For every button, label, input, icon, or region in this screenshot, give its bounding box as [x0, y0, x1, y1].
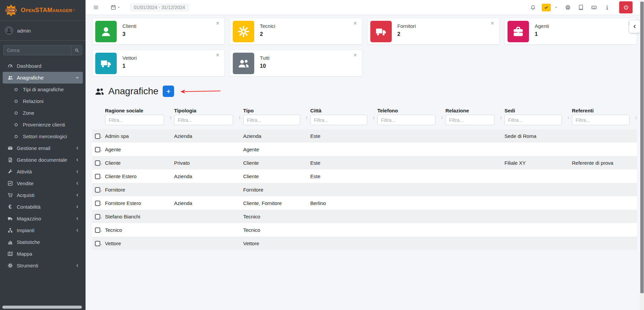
date-range-label[interactable]: 01/01/2024 - 31/12/2024: [130, 3, 189, 11]
book-button[interactable]: [577, 3, 585, 12]
sidebar-toggle-button[interactable]: [92, 3, 100, 12]
row-checkbox[interactable]: [95, 134, 100, 139]
column-header-referenti[interactable]: Referenti: [569, 107, 637, 115]
users-icon: [94, 86, 105, 97]
filter-input-citt[interactable]: [310, 115, 367, 125]
keyboard-button[interactable]: [590, 3, 598, 12]
row-checkbox[interactable]: [95, 214, 100, 219]
filter-input-telefono[interactable]: [377, 115, 435, 125]
info-button[interactable]: [603, 3, 611, 12]
table-row-fornitore[interactable]: FornitoreFornitore: [92, 183, 637, 196]
table-row-cliente[interactable]: ClientePrivatoClienteEsteFiliale XYRefer…: [92, 156, 637, 169]
widget-card-fornitori[interactable]: Fornitori2: [367, 18, 500, 45]
cell-ragione-sociale: Agente: [102, 143, 171, 156]
column-header-ragione-sociale[interactable]: Ragione sociale: [102, 107, 171, 115]
widget-close-button[interactable]: [353, 21, 358, 27]
table-row-stefano-bianchi[interactable]: Stefano BianchiTecnico: [92, 210, 637, 223]
widget-close-button[interactable]: [215, 53, 220, 58]
cell-referenti: [569, 223, 637, 237]
filter-input-ragione-sociale[interactable]: [105, 115, 164, 125]
cell-tipologia: Privato: [171, 156, 240, 169]
sidebar-item-gestione-email[interactable]: Gestione email: [3, 142, 83, 154]
caret-down-icon[interactable]: [552, 4, 559, 10]
widget-close-button[interactable]: [490, 21, 495, 27]
filter-input-relazione[interactable]: [445, 115, 494, 125]
widgets-collapse-button[interactable]: [629, 20, 640, 33]
table-row-admin-spa[interactable]: Admin spaAziendaAziendaEsteSede di Roma: [92, 129, 637, 143]
table-row-fornitore-estero[interactable]: Fornitore EsteroAziendaCliente, Fornitor…: [92, 196, 637, 210]
filter-input-tipologia[interactable]: [174, 115, 233, 125]
row-checkbox[interactable]: [95, 187, 100, 193]
widget-card-vettori[interactable]: Vettori1: [92, 50, 225, 76]
widget-value: 3: [122, 31, 137, 37]
logout-power-button[interactable]: [619, 1, 633, 13]
cell-telefono: [375, 210, 443, 223]
cell-relazione: [443, 237, 502, 250]
table-row-vettore[interactable]: VettoreVettore: [92, 237, 637, 250]
widget-card-tecnici[interactable]: Tecnici2: [230, 18, 362, 45]
table-row-cliente-estero[interactable]: Cliente EsteroAziendaClienteEste: [92, 169, 637, 183]
check-warning-button[interactable]: [542, 4, 551, 11]
cell-ragione-sociale: Fornitore Estero: [102, 196, 171, 210]
page-scrollbar-track[interactable]: [640, 0, 644, 310]
row-checkbox[interactable]: [95, 160, 100, 166]
sidebar-horizontal-scrollbar[interactable]: [2, 306, 82, 309]
row-checkbox[interactable]: [95, 201, 100, 206]
filter-input-tipo[interactable]: [243, 115, 300, 125]
sidebar-item-mappa[interactable]: Mappa: [3, 248, 83, 260]
page-scrollbar-thumb[interactable]: [640, 2, 644, 293]
sidebar-item-attivit[interactable]: Attività: [3, 166, 83, 177]
column-header-sedi[interactable]: Sedi: [502, 107, 569, 115]
sidebar-item-acquisti[interactable]: Acquisti: [3, 189, 83, 201]
row-checkbox[interactable]: [95, 174, 100, 179]
table-row-tecnico[interactable]: TecnicoTecnico: [92, 223, 637, 237]
calendar-button[interactable]: [109, 3, 122, 12]
sidebar-item-impianti[interactable]: Impianti: [3, 224, 83, 236]
widget-card-tutti[interactable]: Tutti10: [230, 50, 362, 76]
filter-input-referenti[interactable]: [572, 115, 630, 125]
search-input[interactable]: [3, 45, 71, 55]
sidebar-item-vendite[interactable]: Vendite: [3, 177, 83, 189]
row-checkbox[interactable]: [95, 147, 100, 152]
search-button[interactable]: [71, 45, 82, 55]
column-header-tipologia[interactable]: Tipologia: [171, 107, 240, 115]
widget-body: Fornitori2: [397, 21, 416, 42]
brand[interactable]: OSM OpenSTAManager®: [0, 0, 86, 21]
sidebar-item-magazzino[interactable]: Magazzino: [3, 213, 83, 224]
bell-button[interactable]: [529, 3, 537, 12]
wrench-icon: [6, 169, 14, 174]
widget-close-button[interactable]: [353, 53, 358, 58]
sidebar-item-strumenti[interactable]: Strumenti: [3, 260, 83, 271]
envelope-icon: [6, 145, 14, 151]
sidebar-item-settori-merceologici[interactable]: Settori merceologici: [3, 131, 83, 142]
widget-close-button[interactable]: [215, 21, 220, 27]
widget-value: 2: [397, 31, 416, 37]
sidebar-item-tipi-di-anagrafiche[interactable]: Tipi di anagrafiche: [3, 84, 83, 95]
sidebar-item-dashboard[interactable]: Dashboard: [3, 60, 83, 72]
sort-carets-icon[interactable]: ▲▼: [635, 116, 637, 120]
column-header-relazione[interactable]: Relazione: [443, 107, 502, 115]
row-checkbox[interactable]: [95, 227, 100, 233]
row-checkbox[interactable]: [95, 241, 100, 246]
column-header-tipo[interactable]: Tipo: [240, 107, 308, 115]
printer-button[interactable]: [564, 3, 572, 12]
cell-telefono: [375, 237, 443, 250]
column-header-citt[interactable]: Città: [308, 107, 375, 115]
widget-card-agenti[interactable]: Agenti1: [504, 18, 637, 45]
sidebar-item-anagrafiche[interactable]: Anagrafiche: [3, 72, 83, 84]
cell-ragione-sociale: Vettore: [102, 237, 171, 250]
add-record-button[interactable]: [163, 86, 174, 97]
chart-line-icon: [6, 180, 14, 186]
user-panel[interactable]: admin: [0, 21, 86, 41]
widget-card-clienti[interactable]: Clienti3: [92, 18, 225, 45]
column-header-telefono[interactable]: Telefono: [375, 107, 443, 115]
sidebar-item-zone[interactable]: Zone: [3, 107, 83, 119]
sidebar-item-contabilit[interactable]: €Contabilità: [3, 201, 83, 213]
cell-tipo: Cliente: [240, 156, 308, 169]
sidebar-item-provenienze-clienti[interactable]: Provenienze clienti: [3, 119, 83, 131]
filter-input-sedi[interactable]: [504, 115, 562, 125]
table-row-agente[interactable]: AgenteAgente: [92, 143, 637, 156]
sidebar-item-statistiche[interactable]: Statistiche: [3, 236, 83, 248]
sidebar-item-relazioni[interactable]: Relazioni: [3, 95, 83, 107]
sidebar-item-gestione-documentale[interactable]: Gestione documentale: [3, 154, 83, 166]
